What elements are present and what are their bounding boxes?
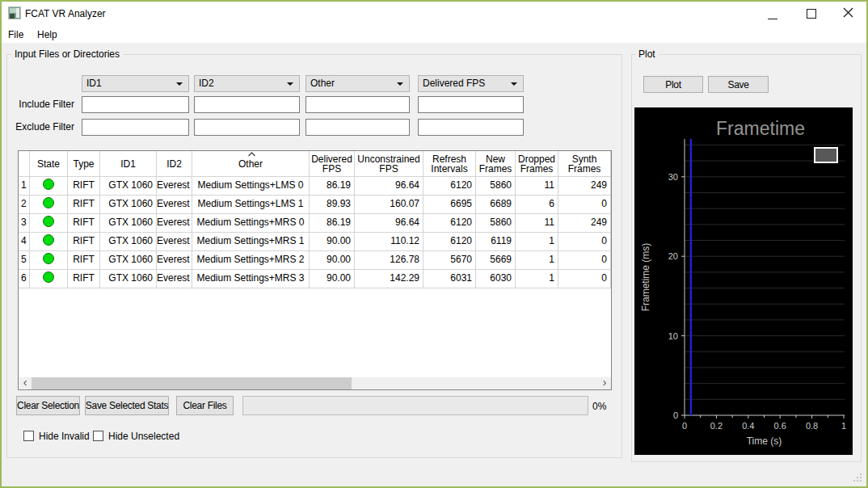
cell-other: Medium Settings+MRS 0 — [192, 213, 310, 232]
cell-delivered_fps: 86.19 — [310, 213, 355, 232]
cell-new_frames: 5669 — [476, 250, 516, 269]
cell-type: RIFT — [68, 250, 100, 269]
include-filter-input-2[interactable] — [194, 96, 300, 113]
column-selector-value: Delivered FPS — [423, 78, 485, 89]
column-header-rownum[interactable] — [19, 151, 30, 176]
state-ok-icon — [43, 271, 54, 283]
clear-selection-button[interactable]: Clear Selection — [16, 396, 80, 415]
cell-id2: Everest — [157, 176, 192, 195]
table-row-5[interactable]: 5RIFTGTX 1060EverestMedium Settings+MRS … — [19, 250, 611, 270]
cell-synth_frames: 0 — [558, 269, 611, 288]
cell-id1: GTX 1060 — [100, 213, 157, 232]
results-table[interactable]: StateTypeID1ID2OtherDeliveredFPSUnconstr… — [18, 150, 612, 390]
cell-state — [30, 195, 68, 213]
cell-type: RIFT — [68, 269, 100, 288]
plot-button[interactable]: Plot — [643, 76, 703, 93]
column-header-delivered_fps[interactable]: DeliveredFPS — [310, 151, 355, 176]
cell-synth_frames: 0 — [558, 195, 611, 213]
cell-unconstrained_fps: 126.78 — [355, 250, 423, 269]
y-tick-label: 20 — [668, 251, 678, 261]
column-header-id1[interactable]: ID1 — [100, 151, 157, 176]
scrollbar-thumb[interactable] — [32, 377, 352, 389]
table-row-3[interactable]: 3RIFTGTX 1060EverestMedium Settings+MRS … — [19, 213, 611, 233]
table-row-6[interactable]: 6RIFTGTX 1060EverestMedium Settings+MRS … — [19, 269, 611, 288]
cell-type: RIFT — [68, 213, 100, 232]
minimize-icon[interactable] — [768, 19, 777, 19]
cell-id2: Everest — [157, 269, 192, 288]
menu-file[interactable]: File — [5, 27, 27, 42]
exclude-filter-label: Exclude Filter — [2, 119, 74, 136]
cell-dropped_frames: 11 — [516, 176, 558, 195]
scroll-right-icon[interactable]: › — [598, 377, 611, 389]
state-ok-icon — [43, 234, 54, 246]
sort-ascending-icon — [248, 152, 255, 157]
column-selector-id2[interactable]: ID2 — [194, 75, 300, 92]
cell-refresh_intervals: 6120 — [423, 232, 476, 250]
cell-new_frames: 6689 — [476, 195, 516, 213]
cell-rownum: 1 — [19, 176, 30, 195]
column-header-state[interactable]: State — [30, 151, 68, 176]
state-ok-icon — [43, 216, 54, 227]
cell-id2: Everest — [157, 250, 192, 269]
state-ok-icon — [43, 179, 54, 190]
exclude-filter-input-2[interactable] — [194, 119, 300, 136]
column-header-id2[interactable]: ID2 — [157, 151, 192, 176]
cell-rownum: 6 — [19, 269, 30, 288]
chart-title: Frametime — [716, 118, 805, 139]
cell-rownum: 3 — [19, 213, 30, 232]
y-tick-label: 30 — [668, 172, 678, 182]
include-filter-input-3[interactable] — [305, 96, 410, 113]
include-filter-input-1[interactable] — [82, 96, 189, 113]
cell-id2: Everest — [157, 232, 192, 250]
cell-unconstrained_fps: 96.64 — [355, 176, 423, 195]
cell-dropped_frames: 6 — [516, 195, 558, 213]
column-selector-id1[interactable]: ID1 — [82, 75, 189, 92]
menu-help[interactable]: Help — [34, 27, 61, 42]
scroll-left-icon[interactable]: ‹ — [19, 377, 32, 389]
table-row-4[interactable]: 4RIFTGTX 1060EverestMedium Settings+MRS … — [19, 232, 611, 251]
column-header-synth_frames[interactable]: SynthFrames — [558, 151, 611, 176]
plot-groupbox-label: Plot — [635, 48, 659, 60]
cell-delivered_fps: 90.00 — [310, 232, 355, 250]
cell-other: Medium Settings+MRS 3 — [192, 269, 310, 288]
clear-files-button[interactable]: Clear Files — [176, 396, 234, 415]
column-header-dropped_frames[interactable]: DroppedFrames — [516, 151, 558, 176]
cell-refresh_intervals: 5670 — [423, 250, 476, 269]
column-selector-other[interactable]: Other — [305, 75, 410, 92]
column-selector-value: ID2 — [199, 78, 214, 89]
cell-dropped_frames: 1 — [516, 232, 558, 250]
close-icon[interactable] — [843, 7, 853, 18]
exclude-filter-input-3[interactable] — [305, 119, 410, 136]
title-bar[interactable]: FCAT VR Analyzer — [2, 2, 866, 25]
hide-unselected-label: Hide Unselected — [108, 431, 179, 442]
horizontal-scrollbar[interactable]: ‹ › — [19, 377, 611, 389]
hide-unselected-checkbox[interactable] — [93, 431, 103, 441]
cell-delivered_fps: 90.00 — [310, 250, 355, 269]
include-filter-input-4[interactable] — [418, 96, 524, 113]
cell-new_frames: 5860 — [476, 213, 516, 232]
column-selector-value: ID1 — [86, 78, 102, 89]
legend-box — [815, 148, 837, 162]
table-row-1[interactable]: 1RIFTGTX 1060EverestMedium Settings+LMS … — [19, 176, 611, 196]
hide-invalid-checkbox[interactable] — [23, 431, 34, 441]
state-ok-icon — [43, 253, 54, 264]
column-header-new_frames[interactable]: NewFrames — [476, 151, 516, 176]
maximize-icon[interactable] — [807, 9, 816, 19]
exclude-filter-input-4[interactable] — [418, 119, 524, 136]
save-selected-stats-button[interactable]: Save Selected Stats — [85, 396, 169, 415]
state-ok-icon — [43, 197, 54, 208]
resize-grip[interactable] — [852, 472, 863, 483]
cell-id1: GTX 1060 — [100, 250, 157, 269]
table-row-2[interactable]: 2RIFTGTX 1060EverestMedium Settings+LMS … — [19, 195, 611, 214]
column-header-unconstrained_fps[interactable]: UnconstrainedFPS — [355, 151, 423, 176]
save-button[interactable]: Save — [708, 76, 769, 93]
column-header-refresh_intervals[interactable]: RefreshIntervals — [423, 151, 476, 176]
cell-id1: GTX 1060 — [100, 195, 157, 213]
column-header-type[interactable]: Type — [68, 151, 100, 176]
cell-synth_frames: 0 — [558, 232, 611, 250]
chevron-down-icon — [176, 82, 183, 86]
column-selector-delivered-fps[interactable]: Delivered FPS — [418, 75, 524, 92]
cell-id2: Everest — [157, 213, 192, 232]
exclude-filter-input-1[interactable] — [82, 119, 189, 136]
cell-synth_frames: 249 — [558, 176, 611, 195]
